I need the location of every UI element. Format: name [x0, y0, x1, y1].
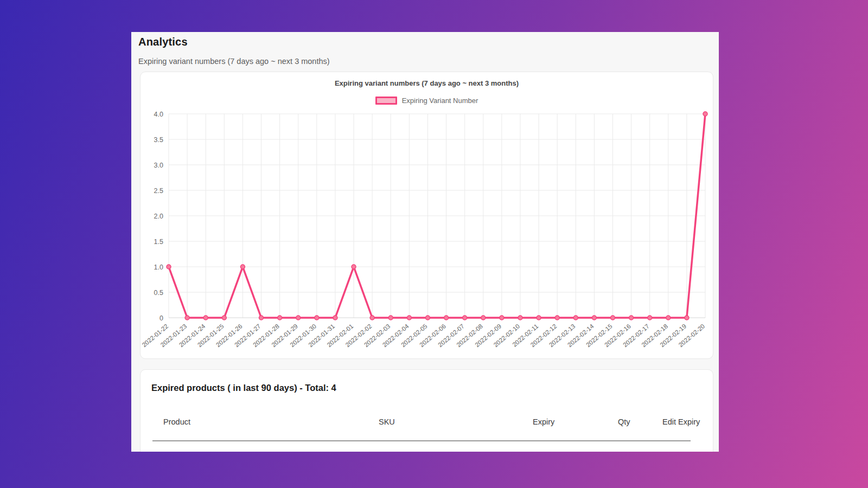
page-title: Analytics [138, 36, 330, 48]
column-header-sku: SKU [379, 418, 395, 426]
svg-text:0: 0 [159, 314, 163, 322]
svg-text:4.0: 4.0 [154, 111, 163, 118]
legend-swatch [375, 97, 397, 105]
svg-text:0.5: 0.5 [154, 289, 163, 297]
chart-legend[interactable]: Expiring Variant Number [141, 97, 713, 105]
expiring-variants-chart-card: Expiring variant numbers (7 days ago ~ n… [140, 72, 713, 359]
page-header: Analytics Expiring variant numbers (7 da… [138, 36, 330, 66]
svg-text:3.5: 3.5 [154, 136, 163, 144]
svg-text:1.5: 1.5 [154, 238, 163, 246]
svg-text:1.0: 1.0 [154, 264, 163, 271]
svg-text:2.5: 2.5 [154, 187, 163, 195]
column-header-edit-expiry: Edit Expiry [662, 418, 700, 426]
page-subtitle: Expiring variant numbers (7 days ago ~ n… [138, 57, 330, 66]
legend-label: Expiring Variant Number [402, 97, 478, 105]
column-header-qty: Qty [618, 418, 630, 426]
expired-products-table: Product SKU Expiry Qty Edit Expiry [152, 370, 691, 452]
column-header-expiry: Expiry [533, 418, 554, 426]
line-chart-canvas: 00.51.01.52.02.53.03.54.02022-01-222022-… [141, 109, 713, 358]
column-header-product: Product [163, 418, 190, 426]
svg-text:3.0: 3.0 [154, 162, 163, 169]
chart-title: Expiring variant numbers (7 days ago ~ n… [141, 79, 713, 87]
table-header-divider [152, 440, 691, 441]
expired-products-card: Expired products ( in last 90 days) - To… [140, 369, 713, 452]
analytics-page: Analytics Expiring variant numbers (7 da… [131, 32, 719, 452]
svg-text:2.0: 2.0 [154, 213, 163, 220]
